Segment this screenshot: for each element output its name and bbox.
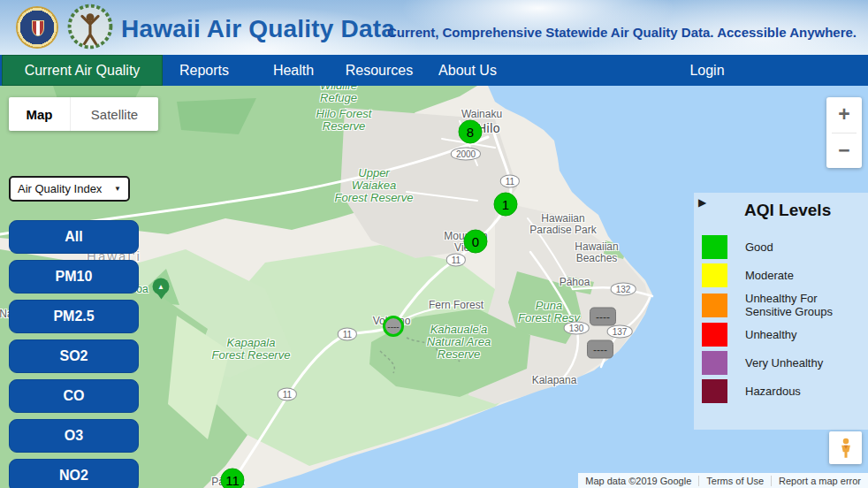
map-label: Hilo Forest Reserve bbox=[316, 108, 372, 133]
map-label: Kapapala Forest Reserve bbox=[212, 337, 291, 362]
legend-row: Moderate bbox=[702, 263, 863, 287]
road-shield: 137 bbox=[607, 325, 633, 339]
map-canvas[interactable]: WainakuHiloMountain ViewHawaiian Paradis… bbox=[0, 86, 868, 488]
nav-item[interactable]: Health bbox=[273, 55, 314, 86]
road-shield: 11 bbox=[338, 328, 357, 341]
nav-item-current-air-quality[interactable]: Current Air Quality bbox=[2, 55, 163, 86]
road-shield: 132 bbox=[611, 283, 636, 296]
aqi-marker[interactable]: 1 bbox=[494, 193, 518, 217]
legend-color-swatch bbox=[702, 263, 727, 287]
map-label: Wainaku bbox=[461, 109, 502, 120]
nav-item[interactable]: Reports bbox=[179, 55, 229, 86]
legend-row: Unhealthy For Sensitive Groups bbox=[702, 292, 863, 318]
pollutant-button[interactable]: All bbox=[9, 220, 139, 254]
road-shield: 130 bbox=[564, 322, 590, 335]
legend-collapse-icon[interactable]: ▶ bbox=[698, 196, 706, 209]
parameter-dropdown-value: Air Quality Index bbox=[18, 182, 102, 195]
legend-label: Very Unhealthy bbox=[745, 356, 858, 370]
map-label: Kahauale'a Natural Area Reserve bbox=[427, 324, 491, 361]
aqi-marker[interactable]: ---- bbox=[587, 340, 613, 359]
aqi-legend-panel: ▶ AQI Levels Good Moderate Unhealthy For… bbox=[694, 193, 868, 430]
nav-item-login[interactable]: Login bbox=[689, 55, 724, 86]
parameter-dropdown[interactable]: Air Quality Index ▼ bbox=[9, 176, 130, 202]
road-shield: 11 bbox=[446, 254, 466, 267]
map-label: Fern Forest bbox=[429, 300, 483, 311]
zoom-in-button[interactable]: + bbox=[826, 97, 862, 133]
aqi-marker[interactable]: 0 bbox=[464, 230, 488, 254]
report-map-error-link[interactable]: Report a map error bbox=[771, 476, 868, 486]
map-label: Kalapana bbox=[532, 375, 577, 386]
legend-row: Very Unhealthy bbox=[702, 351, 863, 375]
legend-color-swatch bbox=[702, 351, 727, 375]
legend-row: Unhealthy bbox=[702, 323, 863, 347]
pegman-icon bbox=[834, 437, 857, 460]
pollutant-button[interactable]: PM2.5 bbox=[9, 300, 139, 333]
chevron-down-icon: ▼ bbox=[114, 185, 121, 193]
map-label: Puna Forest Resv bbox=[518, 300, 580, 324]
map-label: Pāhoa bbox=[560, 277, 590, 288]
legend-label: Hazardous bbox=[745, 385, 858, 398]
map-view-button[interactable]: Map bbox=[9, 97, 71, 131]
map-attribution: Map data ©2019 Google Terms of Use Repor… bbox=[578, 473, 868, 488]
legend-color-swatch bbox=[702, 235, 727, 259]
legend-label: Unhealthy For Sensitive Groups bbox=[745, 292, 858, 318]
aqi-marker[interactable]: 11 bbox=[221, 469, 245, 488]
main-nav: Current Air Quality ReportsHealthResourc… bbox=[0, 55, 868, 86]
seal-shield-icon bbox=[32, 20, 44, 36]
aqi-marker[interactable]: 8 bbox=[459, 120, 483, 144]
map-label: Upper Waiakea Forest Reserve bbox=[335, 167, 414, 204]
legend-row: Hazardous bbox=[702, 379, 863, 403]
map-label: Wildlife Refuge bbox=[320, 86, 357, 104]
legend-color-swatch bbox=[702, 323, 727, 347]
zoom-out-button[interactable]: − bbox=[826, 133, 862, 169]
aqi-marker[interactable]: ---- bbox=[383, 316, 404, 337]
map-label: Hawaiian Paradise Park bbox=[529, 213, 596, 236]
road-shield: 11 bbox=[278, 388, 297, 401]
aqi-marker[interactable]: ---- bbox=[590, 308, 616, 326]
site-header: Hawaii Air Quality Data Current, Compreh… bbox=[0, 0, 868, 55]
page-title: Hawaii Air Quality Data bbox=[121, 15, 395, 43]
legend-label: Moderate bbox=[745, 269, 858, 282]
legend-row: Good bbox=[702, 235, 863, 259]
street-view-pegman-button[interactable] bbox=[829, 431, 862, 464]
pollutant-button[interactable]: PM10 bbox=[9, 260, 139, 294]
pollutant-button-list: AllPM10PM2.5SO2COO3NO2 bbox=[9, 220, 139, 488]
pollutant-button[interactable]: NO2 bbox=[9, 459, 139, 488]
nav-item[interactable]: About Us bbox=[438, 55, 497, 86]
zoom-control: + − bbox=[826, 97, 862, 168]
terms-of-use-link[interactable]: Terms of Use bbox=[698, 476, 771, 486]
pollutant-button[interactable]: O3 bbox=[9, 419, 139, 453]
road-shield: 2000 bbox=[451, 148, 481, 161]
legend-color-swatch bbox=[702, 379, 727, 403]
department-of-health-logo bbox=[67, 4, 113, 50]
road-shield: 11 bbox=[500, 175, 520, 188]
legend-label: Good bbox=[745, 240, 858, 254]
site-tagline: Current, Comprehensive Statewide Air Qua… bbox=[387, 25, 857, 40]
nav-item[interactable]: Resources bbox=[346, 55, 413, 86]
satellite-view-button[interactable]: Satellite bbox=[71, 97, 158, 131]
legend-color-swatch bbox=[702, 294, 727, 317]
legend-title: AQI Levels bbox=[744, 201, 831, 220]
map-label: Hawaiian Beaches bbox=[575, 241, 618, 264]
hawaii-state-seal-logo bbox=[16, 6, 58, 49]
legend-label: Unhealthy bbox=[745, 328, 858, 341]
map-type-control: Map Satellite bbox=[9, 97, 158, 131]
map-data-credit: Map data ©2019 Google bbox=[578, 476, 698, 486]
aqi-marker[interactable] bbox=[153, 278, 170, 295]
pollutant-button[interactable]: CO bbox=[9, 379, 139, 413]
pollutant-button[interactable]: SO2 bbox=[9, 339, 139, 373]
